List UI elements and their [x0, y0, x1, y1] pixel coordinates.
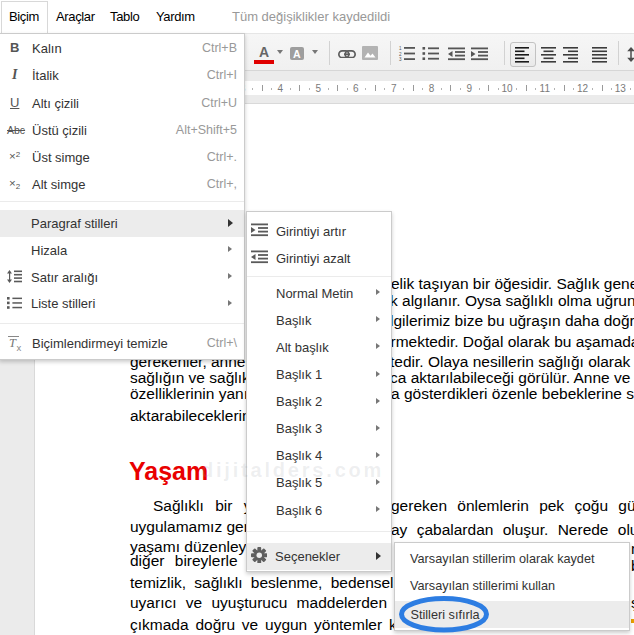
- svg-text:2: 2: [399, 52, 402, 57]
- svg-text:1: 1: [399, 46, 402, 51]
- svg-text:3: 3: [399, 57, 402, 61]
